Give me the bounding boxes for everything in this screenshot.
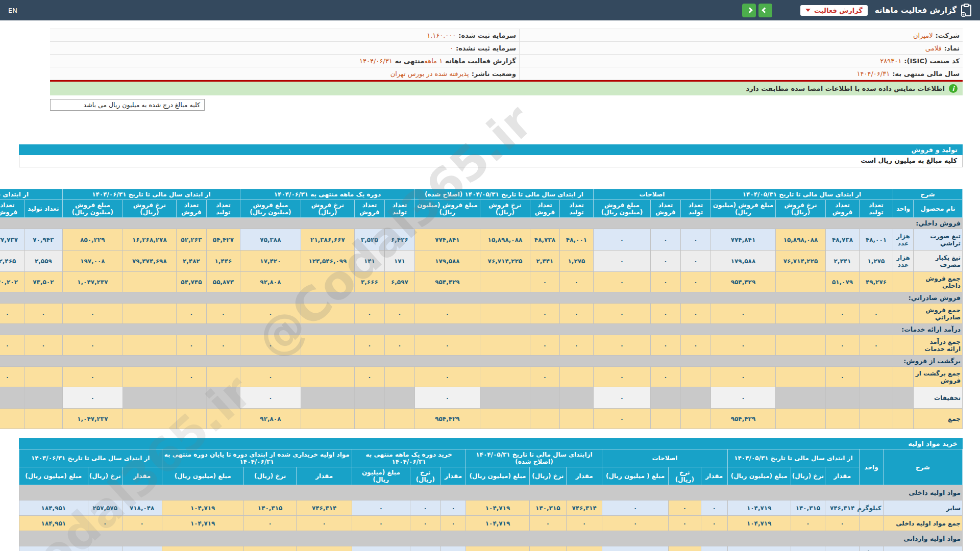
value-cell: ۹۵۴,۴۲۹ (710, 409, 775, 429)
value-cell: ۰ (24, 335, 62, 356)
value-cell (301, 387, 354, 409)
value-cell: ۰ (206, 335, 240, 356)
table-row: سایرکیلوگرم۰۰۰۰۰۰۰۰۰۰۰۰۰۰۰۰۰۰ (19, 546, 963, 551)
table-row: تيغ صورت تراشيهزار عدد۴۸,۰۰۱۴۸,۷۳۸۱۵,۸۹۸… (0, 229, 963, 251)
row-label: تيغ يکبار مصرف (914, 251, 963, 272)
header-desc-col: شرح (883, 449, 962, 485)
value-cell: ۰ (650, 272, 680, 292)
section-row-label: مواد اولیه وارداتی (19, 531, 963, 546)
value-cell: ۲,۳۴۱ (530, 251, 559, 272)
value-cell: ۲,۵۵۹ (24, 251, 62, 272)
value-cell: ۷۷۴,۸۴۱ (710, 229, 775, 251)
report-content: تولید و فروش کلیه مبالغ به میلیون ریال ا… (19, 144, 963, 551)
value-cell: ۱۰۴,۷۱۹ (727, 516, 791, 531)
value-cell: ۱۷۹,۵۸۸ (414, 251, 480, 272)
value-cell: ۵۱,۰۷۹ (825, 272, 859, 292)
value-cell: ۰ (122, 516, 162, 531)
table-row: جمع مواد اولیه داخلی۰۰۱۰۴,۷۱۹۰۰۰۰۰۱۰۴,۷۱… (19, 516, 963, 531)
value-cell: ۰ (354, 335, 384, 356)
value-cell: ۰ (650, 229, 680, 251)
value-cell: ۴۰,۲۰۲ (0, 272, 24, 292)
header-subcol-3-0: تعداد تولید (384, 200, 414, 218)
info-value: ۱ ماهه (424, 57, 443, 65)
value-cell (775, 409, 825, 429)
report-type-dropdown[interactable]: گزارش فعالیت (800, 5, 868, 16)
value-cell: ۰ (440, 500, 466, 516)
value-cell: ۰ (0, 367, 24, 387)
value-cell (559, 409, 593, 429)
value-cell: ۰ (701, 500, 727, 516)
value-cell: ۵۲,۲۶۳ (176, 229, 206, 251)
value-cell (122, 409, 176, 429)
value-cell: ۰ (414, 304, 480, 324)
value-cell: ۰ (240, 304, 301, 324)
header-subcol-4-3: مبلغ فروش (میلیون ریال) (62, 200, 122, 218)
value-cell: ۹۲,۸۰۸ (240, 272, 301, 292)
value-cell: ۹۵۴,۴۲۹ (710, 272, 775, 292)
value-cell (301, 409, 354, 429)
value-cell: ۰ (593, 304, 650, 324)
company-info-panel: شرکت:لامیراننماد:فلامیکد صنعت (ISIC):۲۸۹… (50, 29, 963, 80)
value-cell (384, 367, 414, 387)
next-report-button[interactable] (742, 4, 756, 17)
header-subcol-0-0: تعداد تولید (859, 200, 893, 218)
value-cell: ۴۸,۰۰۱ (859, 229, 893, 251)
value-cell: ۰ (680, 251, 710, 272)
value-cell: ۱۰۴,۷۱۹ (162, 500, 243, 516)
value-cell: ۰ (62, 367, 122, 387)
value-cell: ۰ (710, 387, 775, 409)
value-cell: ۱۲۳,۵۴۶,۰۹۹ (301, 251, 354, 272)
value-cell: ۰ (354, 367, 384, 387)
header-group-2: از ابتدای سال مالی تا تاریخ ۱۴۰۴/۰۵/۳۱ (… (414, 189, 593, 200)
header-group-0: از ابتدای سال مالی تا تاریخ ۱۴۰۴/۰۵/۳۱ (727, 449, 860, 467)
row-label: جمع فروش صادراتي (914, 304, 963, 324)
info-value: ۱۴۰۴/۰۶/۳۱ (857, 70, 890, 78)
value-cell: ۰ (559, 304, 593, 324)
unit-cell: کیلوگرم (860, 546, 884, 551)
value-cell: ۰ (297, 546, 352, 551)
language-toggle[interactable]: EN (8, 7, 17, 14)
value-cell: ۰ (176, 335, 206, 356)
value-cell: ۰ (529, 546, 566, 551)
value-cell: ۱۰۴,۷۱۹ (727, 500, 791, 516)
value-cell: ۰ (352, 500, 410, 516)
report-clipboard-icon (961, 4, 972, 17)
value-cell: ۰ (701, 516, 727, 531)
report-type-label: گزارش فعالیت (814, 7, 863, 14)
value-cell: ۴۸,۷۳۸ (825, 229, 859, 251)
value-cell (775, 367, 825, 387)
header-subcol-3-1: نرخ (ریال) (410, 467, 440, 485)
value-cell: ۷۴۶,۳۱۴ (297, 500, 352, 516)
value-cell: ۰ (668, 516, 701, 531)
value-cell (301, 335, 354, 356)
value-cell: ۱۷۱ (384, 251, 414, 272)
value-cell: ۰ (243, 546, 296, 551)
value-cell: ۲,۴۶۵ (0, 251, 24, 272)
table-row: جمع درآمد ارائه خدمات۰۰۰۰۰۰۰۰۰۰۰۰۰۰۰۰۰۰ (0, 335, 963, 356)
header-subcol-1-1: نرخ (ریال) (668, 467, 701, 485)
value-cell: ۰ (19, 546, 88, 551)
value-cell: ۰ (602, 516, 668, 531)
value-cell: ۹۲,۸۰۸ (240, 409, 301, 429)
value-cell: ۱۴۰,۳۱۵ (791, 500, 825, 516)
value-cell (480, 367, 530, 387)
value-cell (176, 387, 206, 409)
value-cell: ۰ (680, 272, 710, 292)
value-cell (859, 367, 893, 387)
header-subcol-2-2: نرخ فروش (ریال) (480, 200, 530, 218)
value-cell (122, 304, 176, 324)
value-cell: ۰ (352, 516, 410, 531)
header-subcol-0-1: تعداد فروش (825, 200, 859, 218)
value-cell: ۸۵۰,۲۲۹ (62, 229, 122, 251)
value-cell (480, 409, 530, 429)
info-value: ۱,۱۶۰,۰۰۰ (427, 32, 456, 39)
header-subcol-0-3: مبلغ فروش (میلیون ریال) (710, 200, 775, 218)
value-cell: ۰ (668, 500, 701, 516)
previous-report-button[interactable] (758, 4, 772, 17)
value-cell: ۱۰۴,۷۱۹ (466, 500, 529, 516)
row-label: جمع (914, 409, 963, 429)
section-row-label: فروش داخلي: (0, 218, 963, 229)
value-cell: ۳,۵۲۵ (354, 229, 384, 251)
value-cell: ۰ (825, 546, 860, 551)
value-cell: ۱۷,۴۲۰ (240, 251, 301, 272)
